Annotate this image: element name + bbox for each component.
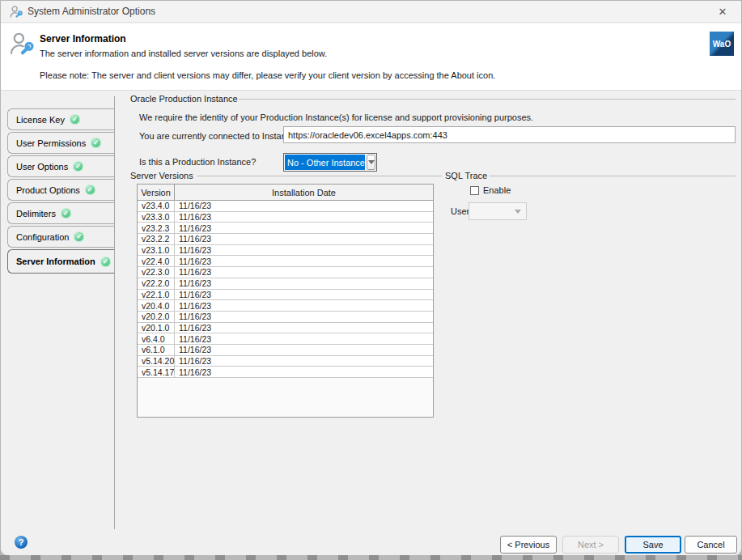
sidebar-item-label: Configuration: [16, 232, 69, 242]
installation-date-cell: 11/16/23: [175, 201, 433, 211]
table-row[interactable]: v22.3.0 11/16/23: [138, 267, 433, 278]
check-icon: ✓: [100, 257, 111, 267]
check-icon: ✓: [70, 114, 80, 125]
dropdown-arrow-button[interactable]: [367, 155, 375, 170]
version-cell: v6.4.0: [138, 333, 175, 344]
sidebar-tabs: License Key ✓ User Permissions ✓ User Op…: [7, 108, 114, 275]
previous-button[interactable]: < Previous: [500, 536, 557, 554]
installation-date-cell: 11/16/23: [175, 312, 433, 322]
version-cell: v23.1.0: [138, 245, 175, 256]
version-cell: v23.2.3: [138, 223, 175, 233]
sidebar-item-label: User Options: [16, 162, 68, 172]
window-title: System Administrator Options: [28, 6, 155, 17]
table-row[interactable]: v23.4.0 11/16/23: [138, 201, 433, 212]
installation-date-cell: 11/16/23: [175, 356, 433, 367]
sidebar-item-license-key[interactable]: License Key ✓: [7, 108, 114, 130]
connected-instance-label: You are currently connected to Instance:: [139, 131, 299, 141]
table-row[interactable]: v22.2.0 11/16/23: [138, 278, 433, 290]
button-label: Cancel: [697, 540, 724, 549]
chevron-down-icon: [515, 210, 521, 214]
close-icon: ✕: [719, 6, 727, 18]
table-row[interactable]: v6.1.0 11/16/23: [138, 345, 433, 356]
installation-date-cell: 11/16/23: [175, 223, 433, 233]
version-cell: v23.4.0: [138, 201, 175, 211]
user-dropdown: [469, 202, 527, 220]
table-header-row: Version Installation Date: [138, 185, 433, 201]
installation-date-cell: 11/16/23: [175, 234, 433, 244]
group-line: [490, 176, 736, 176]
version-cell: v23.3.0: [138, 212, 175, 223]
production-instance-dropdown[interactable]: No - Other Instance: [283, 153, 377, 172]
sidebar-item-label: Server Information: [16, 257, 95, 266]
installation-date-cell: 11/16/23: [175, 267, 433, 278]
table-row[interactable]: v5.14.17 11/16/23: [138, 367, 433, 378]
cancel-button[interactable]: Cancel: [685, 536, 737, 554]
user-label: User: [451, 206, 469, 216]
admin-wrench-icon: [9, 5, 23, 19]
chevron-down-icon: [368, 160, 375, 164]
help-icon: ?: [19, 537, 24, 547]
sidebar-item-product-options[interactable]: Product Options ✓: [7, 179, 114, 201]
installation-date-cell: 11/16/23: [175, 367, 433, 377]
page-description: The server information and installed ser…: [40, 49, 327, 58]
check-icon: ✓: [74, 231, 84, 242]
version-cell: v22.1.0: [138, 290, 175, 300]
sidebar-item-configuration[interactable]: Configuration ✓: [7, 226, 114, 248]
check-icon: ✓: [85, 185, 95, 195]
check-icon: ✓: [61, 208, 71, 218]
sidebar-item-label: Delimiters: [16, 209, 56, 218]
server-versions-table[interactable]: Version Installation Date v23.4.0 11/16/…: [137, 184, 434, 418]
group-line: [239, 99, 736, 100]
version-column-header[interactable]: Version: [138, 185, 175, 200]
table-row[interactable]: v23.2.3 11/16/23: [138, 223, 433, 234]
check-icon: ✓: [91, 138, 101, 148]
installation-date-cell: 11/16/23: [175, 256, 433, 266]
sidebar-item-delimiters[interactable]: Delimiters ✓: [7, 202, 114, 224]
button-label: Next >: [578, 540, 604, 549]
table-row[interactable]: v23.2.2 11/16/23: [138, 234, 433, 245]
version-cell: v23.2.2: [138, 234, 175, 244]
close-button[interactable]: ✕: [710, 1, 735, 22]
admin-wrench-icon: [8, 30, 34, 57]
version-cell: v20.1.0: [138, 323, 175, 333]
installation-date-cell: 11/16/23: [175, 333, 433, 344]
sidebar-item-server-information[interactable]: Server Information ✓: [7, 249, 114, 274]
table-row[interactable]: v22.4.0 11/16/23: [138, 256, 433, 267]
version-cell: v22.2.0: [138, 278, 175, 289]
installation-date-column-header[interactable]: Installation Date: [175, 185, 433, 200]
sidebar-item-label: Product Options: [16, 185, 80, 195]
sidebar-item-user-permissions[interactable]: User Permissions ✓: [7, 132, 114, 154]
production-instance-selected-value: No - Other Instance: [285, 155, 365, 170]
wao-logo: WaO: [710, 32, 734, 56]
table-row[interactable]: v22.1.0 11/16/23: [138, 290, 433, 301]
save-button[interactable]: Save: [625, 536, 681, 554]
help-button[interactable]: ?: [15, 536, 28, 549]
table-row[interactable]: v6.4.0 11/16/23: [138, 333, 433, 345]
button-label: < Previous: [507, 540, 549, 549]
version-cell: v5.14.20: [138, 356, 175, 367]
table-body: v23.4.0 11/16/23 v23.3.0 11/16/23 v23.2.…: [138, 201, 433, 378]
sidebar-item-user-options[interactable]: User Options ✓: [7, 155, 114, 177]
installation-date-cell: 11/16/23: [175, 278, 433, 289]
table-row[interactable]: v23.1.0 11/16/23: [138, 245, 433, 257]
enable-checkbox[interactable]: [470, 186, 479, 195]
instance-url-field[interactable]: https://oracledev06.excel4apps.com:443: [283, 126, 736, 143]
require-text: We require the identity of your Producti…: [139, 112, 533, 122]
table-row[interactable]: v20.2.0 11/16/23: [138, 312, 433, 323]
sql-trace-group-label: SQL Trace: [445, 171, 487, 180]
server-versions-group-label: Server Versions: [130, 171, 193, 180]
version-cell: v20.2.0: [138, 312, 175, 322]
table-row[interactable]: v20.4.0 11/16/23: [138, 300, 433, 312]
version-cell: v22.3.0: [138, 267, 175, 278]
production-instance-question: Is this a Production Instance?: [139, 157, 256, 167]
table-row[interactable]: v23.3.0 11/16/23: [138, 212, 433, 223]
sidebar-item-label: License Key: [16, 115, 65, 125]
table-row[interactable]: v5.14.20 11/16/23: [138, 356, 433, 367]
table-row[interactable]: v20.1.0 11/16/23: [138, 323, 433, 334]
installation-date-cell: 11/16/23: [175, 323, 433, 333]
header: Server Information The server informatio…: [1, 23, 741, 91]
page-title: Server Information: [40, 33, 126, 45]
desktop-edge-strip: [0, 555, 742, 560]
button-label: Save: [642, 540, 663, 549]
system-administrator-options-dialog: System Administrator Options ✕ Server In…: [0, 0, 742, 556]
